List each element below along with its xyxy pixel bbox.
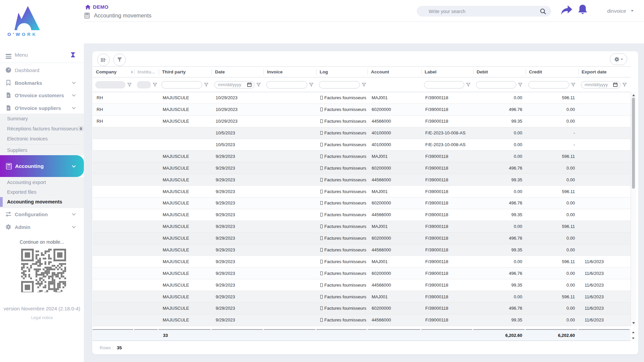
submenu-item-electronic-invoices[interactable]: Electronic Invoices [7,136,48,141]
table-row[interactable]: MAJUSCULE9/29/2023Factures fournisseurs6… [93,162,631,174]
sidebar-item-configuration[interactable]: Configuration [0,208,84,220]
funnel-icon[interactable] [571,83,575,87]
filter-label-input[interactable] [424,81,464,88]
scroll-up-icon[interactable] [632,94,635,96]
cell-debit: 99.35 [473,174,526,185]
table-row[interactable]: 10/5/2023Factures fournisseurs40100000F/… [93,127,631,139]
table-row[interactable]: MAJUSCULE9/29/2023Factures fournisseurs4… [93,279,631,291]
table-row[interactable]: MAJUSCULE9/29/2023Factures fournisseurs4… [93,209,631,221]
scrollbar-thumb[interactable] [632,98,635,189]
funnel-icon[interactable] [153,83,157,87]
column-header-export-date[interactable]: Export date [578,67,631,77]
column-header-third-party[interactable]: Third party [159,67,212,77]
column-header-account[interactable]: Account [368,67,421,77]
vertical-scrollbar[interactable] [631,92,636,326]
submenu-item-accounting-movements[interactable]: Accounting movements [7,199,62,204]
filter-date-funnel-icon[interactable] [257,83,261,87]
table-row[interactable]: MAJUSCULE9/29/2023Factures fournisseurs6… [93,267,631,279]
table-row[interactable]: MAJUSCULE9/29/2023Factures fournisseurs4… [93,244,631,256]
funnel-icon[interactable] [466,83,470,87]
column-header-credit[interactable]: Credit [526,67,578,77]
submenu-item-suppliers[interactable]: Suppliers [7,147,27,153]
table-row[interactable]: MAJUSCULE9/29/2023Factures fournisseursM… [93,221,631,233]
filter-institution-input[interactable] [137,81,151,88]
funnel-icon[interactable] [127,83,131,87]
funnel-icon[interactable] [362,83,366,87]
funnel-icon[interactable] [623,83,627,87]
table-row[interactable]: RHMAJUSCULE10/29/2023Factures fournisseu… [93,92,631,104]
table-row[interactable]: RHMAJUSCULE10/29/2023Factures fournisseu… [93,104,631,116]
column-header-label[interactable]: Label [421,67,473,77]
table-row[interactable]: MAJUSCULE9/29/2023Factures fournisseursM… [93,186,631,197]
table-settings-button[interactable] [610,53,627,65]
filter-invoice-input[interactable] [266,81,307,88]
filter-log-input[interactable] [319,81,360,88]
cell-date: 9/29/2023 [212,244,264,256]
filter-institution-funnel-icon[interactable] [153,83,157,87]
filter-invoice-funnel-icon[interactable] [309,83,313,87]
cell-institution [134,267,159,279]
filter-credit-input[interactable] [528,81,569,88]
table-row[interactable]: RHMAJUSCULE10/29/2023Factures fournisseu… [93,116,631,127]
column-header-log[interactable]: Log [316,67,368,77]
filter-label-funnel-icon[interactable] [466,83,470,87]
column-header-date[interactable]: Date [212,67,264,77]
sidebar-item-oinvoice-suppliers[interactable]: O'Invoice suppliers [0,102,84,114]
sidebar-item-admin[interactable]: Admin [0,221,84,233]
user-menu[interactable]: dinvoice [607,0,634,22]
table-row[interactable]: MAJUSCULE9/29/2023Factures fournisseurs6… [93,303,631,314]
sidebar-item-accounting[interactable]: Accounting [0,155,84,177]
funnel-icon[interactable] [204,83,208,87]
column-chooser-button[interactable] [97,54,110,66]
filter-third-party-funnel-icon[interactable] [204,83,208,87]
filter-credit-funnel-icon[interactable] [571,83,575,87]
journal-glyph-icon [320,272,323,275]
filter-company-funnel-icon[interactable] [127,83,131,87]
journal-glyph-icon [320,236,323,240]
legal-notice-link[interactable]: Legal notice [0,315,84,320]
filter-company-input[interactable] [95,81,125,88]
cell-debit: 0.00 [473,186,526,197]
column-header-company[interactable]: Company [93,67,134,77]
cell-debit: 496.76 [473,104,526,115]
share-icon[interactable] [561,5,572,15]
filter-log-funnel-icon[interactable] [362,83,366,87]
column-header-invoice[interactable]: Invoice [264,67,316,77]
submenu-item-accounting-export[interactable]: Accounting export [7,180,46,185]
table-row[interactable]: MAJUSCULE9/29/2023Factures fournisseursM… [93,256,631,267]
filter-debit-funnel-icon[interactable] [518,83,522,87]
filter-export-date-input[interactable]: mm/dd/yyyy [581,81,621,88]
search-icon[interactable] [540,8,546,14]
table-row[interactable]: MAJUSCULE9/29/2023Factures fournisseurs6… [93,233,631,244]
search-input[interactable]: Write your search [417,6,551,16]
funnel-icon[interactable] [518,83,522,87]
column-header-institution[interactable]: Institu... [134,67,159,77]
filter-export-date-funnel-icon[interactable] [623,83,627,87]
sidebar-item-dashboard[interactable]: Dashboard [0,64,84,76]
submenu-item-receptions[interactable]: Réceptions factures fournisseurs [7,126,78,131]
breadcrumb-home[interactable]: DEMO [85,4,109,10]
sidebar-item-oinvoice-customers[interactable]: O'Invoice customers [0,89,84,101]
filter-date-input[interactable]: mm/dd/yyyy [214,81,255,88]
table-row[interactable]: MAJUSCULE9/29/2023Factures fournisseursM… [93,291,631,303]
filter-third-party-input[interactable] [161,81,202,88]
table-row[interactable]: MAJUSCULE9/29/2023Factures fournisseursM… [93,150,631,162]
table-row[interactable]: MAJUSCULE9/29/2023Factures fournisseurs4… [93,174,631,186]
table-row[interactable]: 10/5/2023Factures fournisseurs40100000F/… [93,139,631,151]
cell-third-party: MAJUSCULE [159,116,212,127]
submenu-item-summary[interactable]: Summary [7,116,28,121]
scroll-down-icon[interactable] [632,322,635,324]
table-row[interactable]: MAJUSCULE9/29/2023Factures fournisseurs4… [93,314,631,326]
hourglass-icon[interactable] [71,52,75,57]
filter-debit-input[interactable] [476,81,516,88]
table-row[interactable]: MAJUSCULE9/29/2023Factures fournisseurs6… [93,197,631,209]
filter-button[interactable] [113,54,126,66]
funnel-icon[interactable] [257,83,261,87]
column-header-debit[interactable]: Debit [473,67,526,77]
submenu-item-exported-files[interactable]: Exported files [7,189,37,195]
footer-scrollbar[interactable] [631,330,636,340]
sidebar-item-bookmarks[interactable]: Bookmarks [0,76,84,89]
bell-icon[interactable] [578,5,588,16]
sidebar-menu-toggle[interactable]: Menu [0,50,84,63]
funnel-icon[interactable] [309,83,313,87]
